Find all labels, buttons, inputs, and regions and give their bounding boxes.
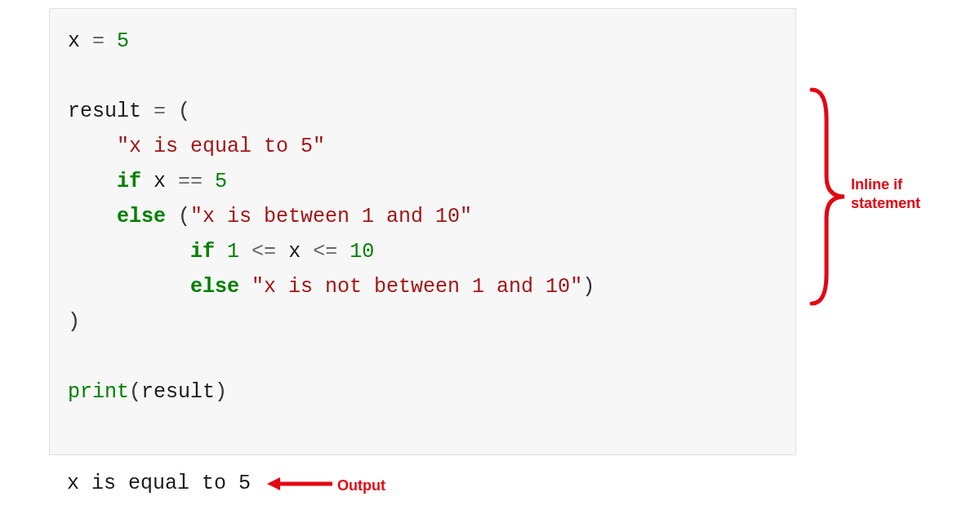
annotation-output: Output	[337, 476, 385, 495]
code-line-5: if x == 5	[68, 164, 777, 199]
code-line-11: print(result)	[68, 374, 777, 410]
svg-marker-1	[267, 477, 280, 490]
code-line-10	[68, 339, 777, 374]
curly-brace-icon	[808, 86, 848, 307]
code-line-1: x = 5	[68, 24, 777, 59]
annotation-inline-if: Inline if statement	[851, 175, 949, 214]
code-line-6: else ("x is between 1 and 10"	[68, 199, 777, 234]
arrow-left-icon	[265, 475, 334, 493]
code-line-8: else "x is not between 1 and 10")	[68, 269, 777, 304]
code-line-9: )	[68, 304, 777, 339]
code-line-3: result = (	[68, 94, 777, 129]
output-text: x is equal to 5	[67, 472, 251, 495]
code-line-4: "x is equal to 5"	[68, 129, 777, 164]
code-line-2	[68, 59, 777, 94]
code-block: x = 5 result = ( "x is equal to 5" if x …	[49, 8, 796, 455]
code-line-7: if 1 <= x <= 10	[68, 234, 777, 269]
